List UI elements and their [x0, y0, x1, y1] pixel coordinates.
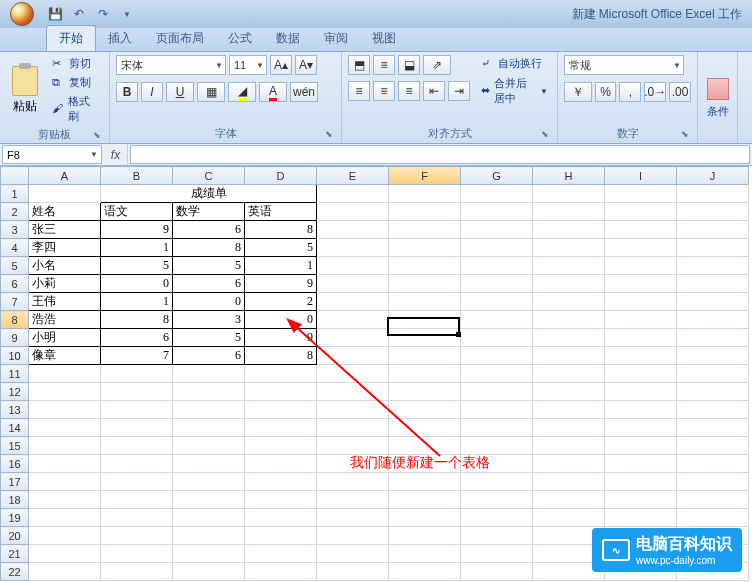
- comma-button[interactable]: ,: [619, 82, 641, 102]
- cell[interactable]: [317, 401, 389, 419]
- cell[interactable]: [605, 221, 677, 239]
- cell[interactable]: [317, 257, 389, 275]
- cell[interactable]: 6: [173, 275, 245, 293]
- cell[interactable]: [533, 383, 605, 401]
- cell[interactable]: [389, 347, 461, 365]
- cell[interactable]: 浩浩: [29, 311, 101, 329]
- cell[interactable]: [461, 383, 533, 401]
- row-header[interactable]: 15: [1, 437, 29, 455]
- cell[interactable]: 张三: [29, 221, 101, 239]
- cell[interactable]: 9: [245, 275, 317, 293]
- cell[interactable]: 2: [245, 293, 317, 311]
- row-header[interactable]: 5: [1, 257, 29, 275]
- row-header[interactable]: 11: [1, 365, 29, 383]
- col-header[interactable]: H: [533, 167, 605, 185]
- cell[interactable]: [317, 329, 389, 347]
- cell[interactable]: 5: [173, 257, 245, 275]
- select-all-button[interactable]: [1, 167, 29, 185]
- row-header[interactable]: 3: [1, 221, 29, 239]
- cell[interactable]: [245, 509, 317, 527]
- cell[interactable]: [389, 491, 461, 509]
- row-header[interactable]: 21: [1, 545, 29, 563]
- name-box[interactable]: F8▼: [2, 145, 102, 164]
- borders-button[interactable]: ▦: [197, 82, 225, 102]
- phonetic-button[interactable]: wén: [290, 82, 318, 102]
- cell[interactable]: [317, 185, 389, 203]
- cell[interactable]: [101, 491, 173, 509]
- orientation-button[interactable]: ⇗: [423, 55, 451, 75]
- cell[interactable]: 数学: [173, 203, 245, 221]
- cell[interactable]: [605, 347, 677, 365]
- cell[interactable]: [677, 257, 749, 275]
- cell[interactable]: [461, 419, 533, 437]
- cell[interactable]: [173, 365, 245, 383]
- row-header[interactable]: 9: [1, 329, 29, 347]
- cell[interactable]: [605, 329, 677, 347]
- cell[interactable]: 8: [101, 311, 173, 329]
- font-name-combo[interactable]: 宋体▼: [116, 55, 226, 75]
- cell[interactable]: [29, 365, 101, 383]
- cell[interactable]: [245, 473, 317, 491]
- accounting-format-button[interactable]: ￥: [564, 82, 592, 102]
- cell[interactable]: [29, 545, 101, 563]
- format-painter-button[interactable]: 🖌格式刷: [49, 93, 103, 125]
- cell[interactable]: 0: [245, 311, 317, 329]
- cell[interactable]: [461, 473, 533, 491]
- cell[interactable]: [605, 293, 677, 311]
- cell[interactable]: [245, 527, 317, 545]
- cell[interactable]: [389, 527, 461, 545]
- number-launcher-icon[interactable]: ⬊: [679, 129, 691, 141]
- cell[interactable]: 李四: [29, 239, 101, 257]
- cell[interactable]: [173, 383, 245, 401]
- cell[interactable]: 7: [101, 347, 173, 365]
- fx-button[interactable]: fx: [104, 144, 128, 165]
- col-header[interactable]: I: [605, 167, 677, 185]
- row-header[interactable]: 17: [1, 473, 29, 491]
- row-header[interactable]: 4: [1, 239, 29, 257]
- align-bottom-button[interactable]: ⬓: [398, 55, 420, 75]
- cell[interactable]: [101, 383, 173, 401]
- cell[interactable]: [677, 509, 749, 527]
- cell[interactable]: [101, 563, 173, 581]
- cell[interactable]: [29, 401, 101, 419]
- row-header[interactable]: 1: [1, 185, 29, 203]
- cell[interactable]: 1: [245, 257, 317, 275]
- cell[interactable]: [29, 185, 101, 203]
- cell[interactable]: 小明: [29, 329, 101, 347]
- cell[interactable]: [677, 383, 749, 401]
- number-format-combo[interactable]: 常规▼: [564, 55, 684, 75]
- cell[interactable]: [461, 311, 533, 329]
- col-header[interactable]: B: [101, 167, 173, 185]
- cell[interactable]: [533, 329, 605, 347]
- cell[interactable]: [461, 221, 533, 239]
- align-middle-button[interactable]: ≡: [373, 55, 395, 75]
- cell[interactable]: [389, 221, 461, 239]
- cell[interactable]: [101, 437, 173, 455]
- cell[interactable]: [389, 257, 461, 275]
- italic-button[interactable]: I: [141, 82, 163, 102]
- cell[interactable]: [101, 509, 173, 527]
- align-right-button[interactable]: ≡: [398, 81, 420, 101]
- cell[interactable]: [461, 257, 533, 275]
- cell[interactable]: [173, 509, 245, 527]
- cell[interactable]: [29, 473, 101, 491]
- cell[interactable]: [533, 401, 605, 419]
- cell[interactable]: [389, 311, 461, 329]
- cell[interactable]: [461, 329, 533, 347]
- row-header[interactable]: 13: [1, 401, 29, 419]
- cell[interactable]: [677, 491, 749, 509]
- row-header[interactable]: 20: [1, 527, 29, 545]
- tab-view[interactable]: 视图: [360, 26, 408, 51]
- col-header[interactable]: D: [245, 167, 317, 185]
- cut-button[interactable]: ✂剪切: [49, 55, 103, 72]
- col-header[interactable]: G: [461, 167, 533, 185]
- cell[interactable]: [605, 455, 677, 473]
- cell[interactable]: 6: [173, 347, 245, 365]
- cell[interactable]: [677, 221, 749, 239]
- conditional-format-icon[interactable]: [707, 78, 729, 100]
- cell[interactable]: [533, 257, 605, 275]
- cell[interactable]: 小名: [29, 257, 101, 275]
- cell[interactable]: [245, 455, 317, 473]
- cell[interactable]: [677, 293, 749, 311]
- cell[interactable]: [461, 437, 533, 455]
